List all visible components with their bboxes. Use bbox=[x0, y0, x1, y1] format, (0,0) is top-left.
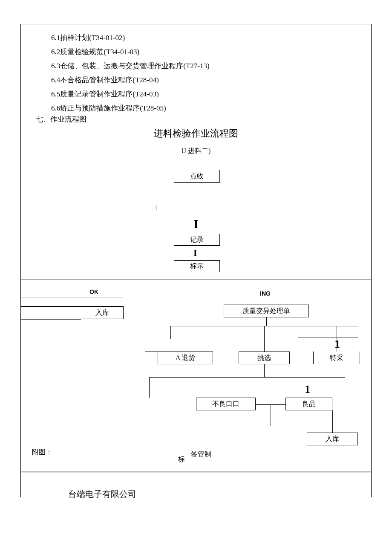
connector bbox=[217, 298, 315, 298]
node-tiaoxuan: 挑选 bbox=[239, 352, 290, 364]
connector bbox=[271, 426, 356, 426]
list-item: 6.5质量记录管制作业程序(T24-03) bbox=[51, 87, 210, 101]
footer-fujian: 附图： bbox=[32, 448, 52, 457]
node-label: 挑选 bbox=[257, 354, 271, 363]
node-buliang: 不良口口 bbox=[196, 398, 256, 410]
node-biaoshi: 标示 bbox=[174, 260, 220, 272]
connector bbox=[271, 404, 271, 426]
connector bbox=[21, 319, 81, 320]
connector bbox=[226, 377, 226, 398]
connector bbox=[145, 352, 158, 352]
connector bbox=[197, 272, 197, 279]
node-dianshou: 点收 bbox=[174, 170, 220, 183]
divider bbox=[21, 473, 372, 473]
list-item: 6.1抽样计划(T34-01-02) bbox=[51, 31, 210, 45]
node-liangpin: 良品 bbox=[285, 398, 332, 410]
flowchart-title: 进料检验作业流程图 bbox=[0, 127, 392, 140]
node-label: 质量变异处理单 bbox=[242, 307, 290, 316]
reference-list: 6.1抽样计划(T34-01-02) 6.2质量检验规范(T34-01-03) … bbox=[51, 31, 210, 115]
connector bbox=[149, 377, 150, 398]
connector bbox=[21, 279, 372, 279]
angle-mark: 〈 bbox=[152, 204, 158, 212]
label-ok: OK bbox=[89, 288, 98, 295]
connector bbox=[264, 364, 265, 377]
connector bbox=[356, 426, 356, 433]
marker-one: 1 bbox=[334, 338, 340, 351]
list-item: 6.3仓储、包装、运搬与交货管理作业程序(T27-13) bbox=[51, 59, 210, 73]
company-name: 台端电子有限公司 bbox=[68, 488, 136, 500]
marker-I: I bbox=[193, 247, 197, 259]
node-label: 良品 bbox=[302, 400, 316, 409]
divider bbox=[21, 471, 372, 471]
list-item: 6.2质量检验规范(T34-01-03) bbox=[51, 45, 210, 59]
marker-one: 1 bbox=[305, 383, 310, 396]
section-heading: 七、作业流程图 bbox=[36, 114, 86, 124]
connector bbox=[332, 410, 333, 433]
node-label: 特采 bbox=[330, 354, 343, 363]
connector bbox=[264, 326, 265, 352]
footer-qian: 签管制 bbox=[191, 450, 211, 459]
label-ing: ING bbox=[260, 290, 271, 297]
list-item: 6.4不合格品管制作业程序(T28-04) bbox=[51, 73, 210, 87]
node-tecai: 特采 bbox=[313, 352, 360, 364]
connector bbox=[21, 297, 123, 297]
connector bbox=[170, 326, 171, 339]
node-jilu: 记录 bbox=[174, 234, 220, 246]
node-label: 不良口口 bbox=[212, 400, 239, 409]
node-tuihuo: A 退货 bbox=[158, 352, 213, 364]
connector bbox=[149, 377, 345, 378]
node-label: 标示 bbox=[190, 262, 204, 271]
connector bbox=[266, 317, 267, 326]
node-ruku-bottom: 入库 bbox=[307, 433, 358, 445]
node-label: 记录 bbox=[190, 235, 204, 244]
connector bbox=[298, 337, 358, 337]
marker-I: I bbox=[193, 217, 199, 231]
node-label: 入库 bbox=[95, 308, 109, 317]
connector bbox=[21, 306, 81, 307]
node-label: 点收 bbox=[190, 172, 204, 181]
footer-biao: 标 bbox=[178, 455, 185, 464]
node-label: A 退货 bbox=[176, 354, 196, 363]
node-bianyi: 质量变异处理单 bbox=[224, 305, 309, 317]
node-ruku-left: 入库 bbox=[81, 306, 124, 319]
flowchart-subtitle: U 进料二) bbox=[0, 147, 392, 156]
list-item: 6.6矫正与预防措施作业程序(T28-05) bbox=[51, 101, 210, 115]
node-label: 入库 bbox=[326, 435, 339, 444]
